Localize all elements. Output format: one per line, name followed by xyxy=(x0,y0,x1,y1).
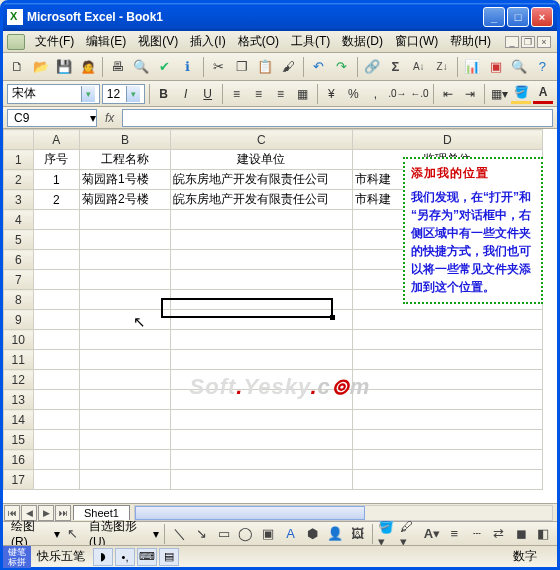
cell[interactable]: 序号 xyxy=(33,150,80,170)
row-header[interactable]: 11 xyxy=(4,350,34,370)
sort-desc-icon[interactable]: Z↓ xyxy=(431,56,452,78)
chevron-down-icon[interactable]: ▾ xyxy=(81,86,95,102)
menu-file[interactable]: 文件(F) xyxy=(29,32,80,51)
dash-style-icon[interactable]: ┄ xyxy=(467,523,486,545)
menu-edit[interactable]: 编辑(E) xyxy=(80,32,132,51)
row-header[interactable]: 3 xyxy=(4,190,34,210)
align-center-button[interactable]: ≡ xyxy=(249,84,269,104)
cell[interactable]: 皖东房地产开发有限责任公司 xyxy=(170,170,352,190)
worksheet-grid[interactable]: A B C D 1 序号 工程名称 建设单位 监理单位 2 1 菊园路1号楼 皖… xyxy=(3,129,557,503)
arrow-style-icon[interactable]: ⇄ xyxy=(489,523,508,545)
paste-icon[interactable]: 📋 xyxy=(254,56,275,78)
close-button[interactable]: × xyxy=(531,7,553,27)
autosum-icon[interactable]: Σ xyxy=(385,56,406,78)
select-all-corner[interactable] xyxy=(4,130,34,150)
italic-button[interactable]: I xyxy=(176,84,196,104)
row-header[interactable]: 5 xyxy=(4,230,34,250)
col-header-c[interactable]: C xyxy=(170,130,352,150)
decrease-indent-button[interactable]: ⇤ xyxy=(438,84,458,104)
row-header[interactable]: 6 xyxy=(4,250,34,270)
oval-icon[interactable]: ◯ xyxy=(236,523,255,545)
textbox-icon[interactable]: ▣ xyxy=(259,523,278,545)
row-header[interactable]: 17 xyxy=(4,470,34,490)
spellcheck-icon[interactable]: ✔ xyxy=(154,56,175,78)
row-header[interactable]: 13 xyxy=(4,390,34,410)
row-header[interactable]: 8 xyxy=(4,290,34,310)
minimize-button[interactable]: _ xyxy=(483,7,505,27)
new-icon[interactable]: 🗋 xyxy=(7,56,28,78)
cell[interactable]: 菊园路1号楼 xyxy=(80,170,171,190)
wordart-icon[interactable]: A xyxy=(281,523,300,545)
menu-help[interactable]: 帮助(H) xyxy=(444,32,497,51)
menu-tools[interactable]: 工具(T) xyxy=(285,32,336,51)
row-header[interactable]: 12 xyxy=(4,370,34,390)
fill-handle[interactable] xyxy=(330,315,335,320)
cell[interactable]: 皖东房地产开发有限责任公司 xyxy=(170,190,352,210)
help-icon[interactable]: ? xyxy=(532,56,553,78)
bold-button[interactable]: B xyxy=(154,84,174,104)
ime-fullwidth-button[interactable]: ◗ xyxy=(93,548,113,566)
cell[interactable]: 2 xyxy=(33,190,80,210)
col-header-d[interactable]: D xyxy=(352,130,542,150)
select-objects-icon[interactable]: ↖ xyxy=(63,523,82,545)
font-color-icon[interactable]: A▾ xyxy=(422,523,441,545)
increase-decimal-button[interactable]: .0→ xyxy=(387,84,407,104)
row-header[interactable]: 14 xyxy=(4,410,34,430)
titlebar[interactable]: Microsoft Excel - Book1 _ □ × xyxy=(3,3,557,31)
zoom-icon[interactable]: 🔍 xyxy=(508,56,529,78)
row-header[interactable]: 2 xyxy=(4,170,34,190)
line-color-icon[interactable]: 🖊▾ xyxy=(400,523,419,545)
currency-button[interactable]: ¥ xyxy=(321,84,341,104)
permission-icon[interactable]: 🙍 xyxy=(77,56,98,78)
cell[interactable]: 工程名称 xyxy=(80,150,171,170)
row-header[interactable]: 16 xyxy=(4,450,34,470)
menu-window[interactable]: 窗口(W) xyxy=(389,32,444,51)
workbook-icon[interactable] xyxy=(7,34,25,50)
research-icon[interactable]: ℹ xyxy=(177,56,198,78)
ime-softkbd-button[interactable]: ⌨ xyxy=(137,548,157,566)
fill-color-button[interactable]: 🪣 xyxy=(511,84,531,104)
menu-format[interactable]: 格式(O) xyxy=(232,32,285,51)
underline-button[interactable]: U xyxy=(198,84,218,104)
drawing-icon[interactable]: ▣ xyxy=(485,56,506,78)
fx-icon[interactable]: fx xyxy=(105,111,114,125)
ime-indicator-icon[interactable]: 键笔标拼 xyxy=(3,546,31,568)
font-color-button[interactable]: A xyxy=(533,84,553,104)
picture-icon[interactable]: 🖼 xyxy=(348,523,367,545)
doc-minimize-button[interactable]: _ xyxy=(505,36,519,48)
align-left-button[interactable]: ≡ xyxy=(227,84,247,104)
line-icon[interactable]: ＼ xyxy=(169,523,188,545)
row-header[interactable]: 10 xyxy=(4,330,34,350)
chart-icon[interactable]: 📊 xyxy=(462,56,483,78)
open-icon[interactable]: 📂 xyxy=(30,56,51,78)
row-header[interactable]: 1 xyxy=(4,150,34,170)
col-header-a[interactable]: A xyxy=(33,130,80,150)
format-painter-icon[interactable]: 🖌 xyxy=(278,56,299,78)
3d-icon[interactable]: ◧ xyxy=(534,523,553,545)
cell[interactable]: 建设单位 xyxy=(170,150,352,170)
row-header[interactable]: 9 xyxy=(4,310,34,330)
align-right-button[interactable]: ≡ xyxy=(271,84,291,104)
preview-icon[interactable]: 🔍 xyxy=(131,56,152,78)
col-header-b[interactable]: B xyxy=(80,130,171,150)
line-style-icon[interactable]: ≡ xyxy=(445,523,464,545)
tab-last-button[interactable]: ⏭ xyxy=(55,505,71,521)
decrease-decimal-button[interactable]: ←.0 xyxy=(409,84,429,104)
row-header[interactable]: 15 xyxy=(4,430,34,450)
sort-asc-icon[interactable]: A↓ xyxy=(408,56,429,78)
font-name-combo[interactable]: 宋体 ▾ xyxy=(7,84,100,104)
borders-button[interactable]: ▦▾ xyxy=(489,84,509,104)
clipart-icon[interactable]: 👤 xyxy=(325,523,344,545)
menu-data[interactable]: 数据(D) xyxy=(336,32,389,51)
cell[interactable]: 菊园路2号楼 xyxy=(80,190,171,210)
undo-icon[interactable]: ↶ xyxy=(308,56,329,78)
percent-button[interactable]: % xyxy=(343,84,363,104)
rectangle-icon[interactable]: ▭ xyxy=(214,523,233,545)
hyperlink-icon[interactable]: 🔗 xyxy=(361,56,382,78)
print-icon[interactable]: 🖶 xyxy=(107,56,128,78)
name-box[interactable]: C9 ▾ xyxy=(7,109,97,127)
maximize-button[interactable]: □ xyxy=(507,7,529,27)
font-size-combo[interactable]: 12 ▾ xyxy=(102,84,145,104)
row-header[interactable]: 4 xyxy=(4,210,34,230)
formula-input[interactable] xyxy=(122,109,553,127)
